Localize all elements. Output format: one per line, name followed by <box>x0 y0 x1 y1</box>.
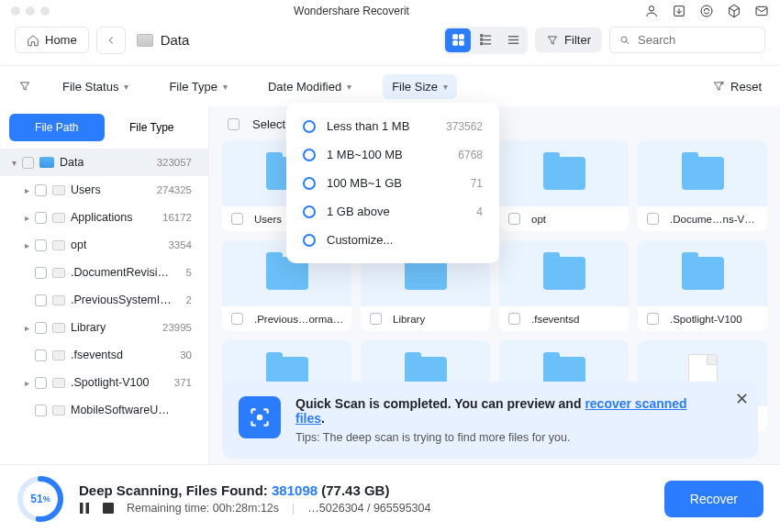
svg-rect-11 <box>480 35 482 37</box>
folder-icon <box>543 157 585 190</box>
location-label: Data <box>161 32 190 48</box>
grid-tile[interactable]: .Docume…ns-V100 <box>638 140 767 231</box>
grid-tile[interactable]: opt <box>499 140 629 231</box>
tree-count: 23995 <box>162 322 201 333</box>
stop-button[interactable] <box>103 503 114 514</box>
checkbox[interactable] <box>35 322 47 334</box>
folder-icon <box>543 257 585 290</box>
export-icon[interactable] <box>672 4 686 18</box>
option-label: Customize... <box>327 233 393 247</box>
view-list-button[interactable] <box>500 28 526 52</box>
folder-icon <box>682 257 724 290</box>
checkbox[interactable] <box>22 157 34 169</box>
search-box[interactable] <box>609 27 765 53</box>
window-controls[interactable] <box>11 6 50 16</box>
option-count: 373562 <box>446 120 483 133</box>
tree-row[interactable]: ▾Data323057 <box>0 149 208 176</box>
grid-tile[interactable]: .Spotlight-V100 <box>638 240 767 331</box>
tile-label: .Previous…ormation <box>254 314 344 325</box>
tree-count: 2 <box>186 294 201 305</box>
size-option[interactable]: 1 MB~100 MB6768 <box>286 140 499 169</box>
checkbox[interactable] <box>231 313 243 325</box>
tree-count: 30 <box>180 349 201 360</box>
svg-rect-23 <box>80 503 84 514</box>
size-option[interactable]: 100 MB~1 GB71 <box>286 169 499 197</box>
view-grid-button[interactable] <box>445 28 471 52</box>
option-label: Less than 1 MB <box>327 119 409 133</box>
checkbox[interactable] <box>647 313 659 325</box>
tree-count: 371 <box>174 377 201 388</box>
option-count: 71 <box>471 177 483 190</box>
user-icon[interactable] <box>644 4 659 18</box>
view-detail-button[interactable] <box>473 28 498 52</box>
tree-row[interactable]: ▸Users274325 <box>0 176 208 204</box>
tile-thumb <box>638 240 767 306</box>
checkbox[interactable] <box>231 213 243 225</box>
checkbox[interactable] <box>35 377 47 389</box>
tab-file-path[interactable]: File Path <box>9 114 105 141</box>
reset-icon <box>712 80 725 93</box>
checkbox[interactable] <box>35 212 47 224</box>
filter-button[interactable]: Filter <box>535 28 602 52</box>
tree-label: Users <box>71 183 101 196</box>
checkbox[interactable] <box>508 213 520 225</box>
reset-button[interactable]: Reset <box>712 80 762 94</box>
tree-row[interactable]: .fseventsd30 <box>0 341 208 369</box>
filter-icon <box>546 34 559 47</box>
tile-thumb <box>499 240 629 306</box>
checkbox[interactable] <box>35 239 47 251</box>
tree-count: 323057 <box>157 157 201 168</box>
tree-label: Applications <box>71 211 132 224</box>
tab-file-type[interactable]: File Type <box>105 114 200 141</box>
grid-tile[interactable]: .fseventsd <box>499 240 629 331</box>
checkbox[interactable] <box>35 184 47 196</box>
file-tree: ▾Data323057▸Users274325▸Applications1617… <box>0 147 208 464</box>
radio-icon <box>303 205 316 218</box>
folder-icon <box>52 323 65 333</box>
tree-row[interactable]: ▸.Spotlight-V100371 <box>0 369 208 396</box>
checkbox[interactable] <box>370 313 382 325</box>
pause-button[interactable] <box>79 503 90 514</box>
location-breadcrumb[interactable]: Data <box>137 32 190 48</box>
tile-thumb <box>499 140 629 206</box>
mail-icon[interactable] <box>754 4 769 18</box>
checkbox[interactable] <box>647 213 659 225</box>
search-input[interactable] <box>638 33 755 47</box>
checkbox[interactable] <box>35 294 47 306</box>
size-option[interactable]: Customize... <box>286 226 499 254</box>
tree-row[interactable]: ▸opt3354 <box>0 231 208 259</box>
tree-row[interactable]: MobileSoftwareUpdate <box>0 396 208 424</box>
svg-rect-25 <box>103 503 114 514</box>
radio-icon <box>303 120 316 133</box>
back-button[interactable] <box>96 27 126 54</box>
svg-rect-13 <box>480 43 482 45</box>
cube-icon[interactable] <box>727 4 741 18</box>
recover-button[interactable]: Recover <box>664 481 763 517</box>
home-button[interactable]: Home <box>15 27 89 53</box>
tree-row[interactable]: .PreviousSystemInfor…2 <box>0 286 208 314</box>
footer: 51% Deep Scanning, Files Found: 381098 (… <box>0 464 780 532</box>
tree-row[interactable]: ▸Applications16172 <box>0 204 208 231</box>
select-all-checkbox[interactable] <box>228 118 240 130</box>
option-count: 4 <box>476 205 483 218</box>
checkbox[interactable] <box>35 405 47 416</box>
tree-row[interactable]: .DocumentRevisions-…5 <box>0 259 208 286</box>
size-option[interactable]: 1 GB above4 <box>286 197 499 226</box>
support-icon[interactable] <box>699 4 714 18</box>
size-option[interactable]: Less than 1 MB373562 <box>286 112 499 140</box>
file-type-chip[interactable]: File Type <box>160 74 237 99</box>
date-modified-chip[interactable]: Date Modified <box>259 74 361 99</box>
checkbox[interactable] <box>35 267 47 279</box>
tree-row[interactable]: ▸Library23995 <box>0 314 208 341</box>
tile-label: .Docume…ns-V100 <box>670 214 760 225</box>
checkbox[interactable] <box>508 313 520 325</box>
file-status-chip[interactable]: File Status <box>53 74 138 99</box>
close-icon[interactable]: ✕ <box>735 389 749 409</box>
radio-icon <box>303 177 316 190</box>
home-icon <box>27 34 39 47</box>
file-size-chip[interactable]: File Size <box>383 74 457 99</box>
toast-tip: Tips: The deep scan is trying to find mo… <box>295 431 712 444</box>
option-count: 6768 <box>458 149 483 161</box>
checkbox[interactable] <box>35 349 47 361</box>
tree-label: MobileSoftwareUpdate <box>71 404 172 416</box>
